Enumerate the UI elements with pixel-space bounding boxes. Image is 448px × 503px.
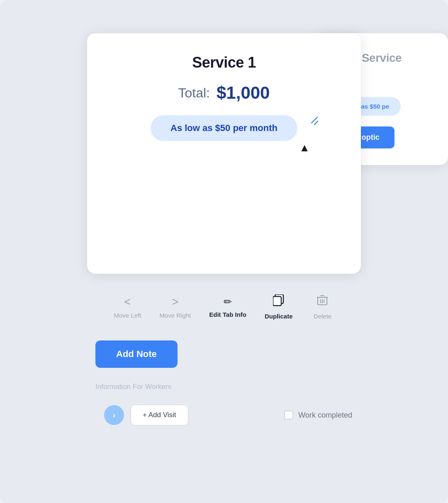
- work-completed-checkbox[interactable]: [284, 411, 293, 420]
- total-row: Total: $1,000: [178, 83, 270, 103]
- chevron-right-icon: >: [172, 295, 178, 309]
- chevron-right-small-icon: ›: [113, 411, 115, 420]
- info-section: Information For Workers › + Add Visit Wo…: [95, 383, 361, 434]
- pencil-icon: ✏: [224, 296, 232, 308]
- page-background: Service 1 Total: $1,000 As low as $50 pe…: [0, 0, 448, 503]
- move-left-label: Move Left: [114, 312, 141, 319]
- main-card: Service 1 Total: $1,000 As low as $50 pe…: [87, 33, 361, 274]
- financing-button[interactable]: As low as $50 per month: [151, 115, 297, 141]
- work-completed-row: Work completed: [284, 411, 352, 420]
- chevron-left-icon: <: [124, 295, 131, 309]
- add-note-button[interactable]: Add Note: [95, 340, 178, 368]
- expand-button[interactable]: ›: [104, 405, 124, 425]
- add-visit-button[interactable]: + Add Visit: [131, 405, 188, 425]
- total-label: Total:: [178, 85, 210, 101]
- cards-wrapper: Service 1 Total: $1,000 As low as $50 pe…: [0, 33, 448, 434]
- info-section-label: Information For Workers: [95, 383, 361, 391]
- service-title: Service 1: [192, 54, 256, 71]
- total-amount: $1,000: [217, 83, 270, 103]
- actions-row: < Move Left > Move Right ✏ Edit Tab Info: [87, 290, 361, 324]
- edit-tab-info-action[interactable]: ✏ Edit Tab Info: [200, 292, 256, 322]
- duplicate-icon: [273, 294, 285, 309]
- info-row: › + Add Visit Work completed: [95, 396, 361, 434]
- sparkle-decoration: [310, 119, 319, 124]
- duplicate-action[interactable]: Duplicate: [256, 290, 302, 324]
- edit-tab-info-label: Edit Tab Info: [209, 311, 246, 318]
- duplicate-label: Duplicate: [265, 313, 293, 320]
- svg-rect-1: [273, 296, 281, 306]
- work-completed-label: Work completed: [298, 411, 352, 420]
- move-right-action[interactable]: > Move Right: [150, 291, 200, 323]
- delete-action[interactable]: Delete: [302, 291, 343, 324]
- delete-label: Delete: [314, 313, 331, 320]
- move-right-label: Move Right: [159, 312, 191, 319]
- main-card-wrapper: Service 1 Total: $1,000 As low as $50 pe…: [87, 33, 361, 434]
- move-left-action[interactable]: < Move Left: [105, 291, 151, 323]
- cursor-icon: ▲: [299, 141, 310, 154]
- trash-icon: [317, 295, 328, 309]
